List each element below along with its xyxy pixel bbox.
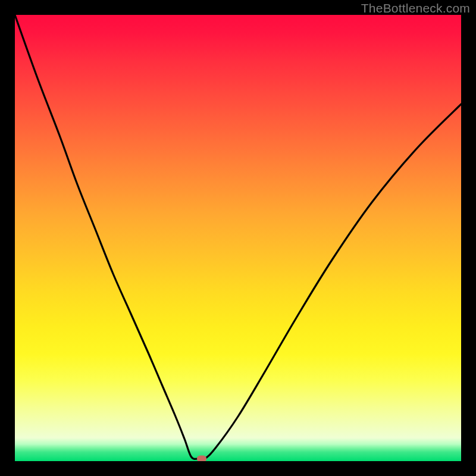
- watermark-text: TheBottleneck.com: [361, 1, 470, 15]
- optimal-point-marker: [197, 456, 206, 461]
- plot-area: [15, 15, 461, 461]
- chart-frame: TheBottleneck.com: [0, 0, 476, 476]
- bottleneck-curve: [15, 15, 461, 461]
